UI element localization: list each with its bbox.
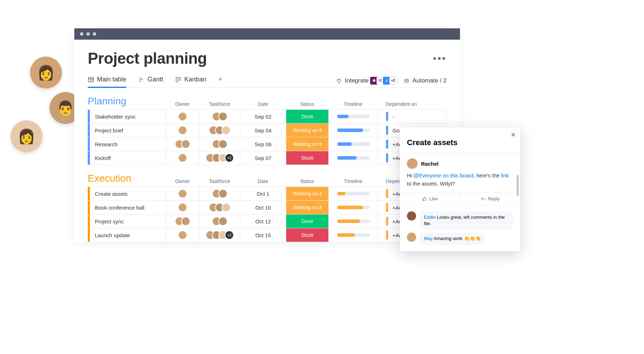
avatar[interactable] — [218, 139, 228, 149]
status-cell[interactable]: Working on it — [286, 124, 328, 137]
column-header[interactable]: Timeline — [328, 178, 378, 184]
status-cell[interactable]: Stuck — [286, 151, 328, 165]
taskforce-cell[interactable] — [199, 215, 240, 228]
task-name[interactable]: Stakeholder sync — [90, 110, 166, 123]
like-button[interactable]: Like — [400, 193, 460, 205]
date-cell[interactable]: Sep 04 — [240, 124, 286, 137]
timeline-cell[interactable] — [328, 215, 378, 228]
task-row[interactable]: Research Sep 06 Working on it +Add — [88, 137, 447, 151]
window-control[interactable] — [80, 32, 84, 36]
task-name[interactable]: Book conference hall — [90, 201, 166, 214]
window-control[interactable] — [86, 32, 90, 36]
owner-cell[interactable] — [166, 137, 199, 151]
column-header[interactable]: Date — [240, 178, 286, 184]
taskforce-cell[interactable]: +2 — [199, 228, 240, 242]
column-header[interactable]: Taskforce — [199, 101, 240, 107]
task-name[interactable]: Create assets — [90, 187, 166, 200]
avatar-overflow[interactable]: +2 — [225, 230, 234, 240]
column-header[interactable]: Status — [286, 101, 328, 107]
close-icon[interactable]: ✕ — [511, 131, 516, 139]
add-view-button[interactable]: + — [218, 74, 222, 88]
avatar[interactable] — [178, 203, 187, 212]
status-cell[interactable]: Done — [286, 215, 328, 228]
tab-kanban[interactable]: Kanban — [175, 74, 206, 88]
owner-cell[interactable] — [166, 215, 199, 228]
taskforce-cell[interactable] — [199, 137, 240, 151]
dependent-cell[interactable]: - — [378, 110, 446, 123]
status-cell[interactable]: Working on it — [286, 201, 328, 214]
reply-button[interactable]: Reply — [460, 193, 521, 205]
tab-main-table[interactable]: Main table — [88, 74, 126, 88]
owner-cell[interactable] — [166, 187, 199, 200]
task-name[interactable]: Research — [90, 137, 166, 151]
column-header[interactable]: Owner — [166, 178, 199, 184]
taskforce-cell[interactable]: +2 — [199, 151, 240, 165]
owner-cell[interactable] — [166, 151, 199, 165]
date-cell[interactable]: Sep 02 — [240, 110, 286, 123]
avatar[interactable] — [178, 112, 187, 121]
timeline-cell[interactable] — [328, 137, 378, 151]
timeline-cell[interactable] — [328, 228, 378, 242]
timeline-cell[interactable] — [328, 187, 378, 200]
task-row[interactable]: Create assets Oct 1 Working on it +Add — [88, 187, 447, 201]
status-cell[interactable]: Working on it — [286, 187, 328, 200]
avatar[interactable] — [181, 217, 190, 226]
avatar[interactable] — [178, 230, 187, 240]
date-cell[interactable]: Oct 1 — [240, 187, 286, 200]
mention[interactable]: @Everyone on this board — [413, 172, 473, 178]
task-name[interactable]: Project sync — [90, 215, 166, 228]
reply-author[interactable]: Eddie — [424, 215, 436, 220]
taskforce-cell[interactable] — [199, 201, 240, 214]
status-cell[interactable]: Stuck — [286, 228, 328, 242]
column-header[interactable]: Dependent on — [378, 101, 447, 107]
task-row[interactable]: Kickoff +2 Sep 07 Stuck +Add — [88, 151, 447, 165]
timeline-cell[interactable] — [328, 124, 378, 137]
avatar-overflow[interactable]: +2 — [225, 153, 234, 162]
owner-cell[interactable] — [166, 228, 199, 242]
task-name[interactable]: Kickoff — [90, 151, 166, 165]
group-name[interactable]: Planning — [88, 96, 166, 107]
avatar[interactable] — [218, 112, 228, 121]
task-name[interactable]: Launch update — [90, 228, 166, 242]
avatar[interactable] — [222, 203, 231, 212]
taskforce-cell[interactable] — [199, 110, 240, 123]
date-cell[interactable]: Oct 15 — [240, 228, 286, 242]
task-row[interactable]: Project sync Oct 12 Done +Add — [88, 214, 447, 228]
task-name[interactable]: Project brief — [90, 124, 166, 137]
integrate-button[interactable]: Integrate ✱ M z +2 — [336, 77, 397, 85]
timeline-cell[interactable] — [328, 110, 378, 123]
avatar[interactable] — [218, 189, 228, 198]
task-row[interactable]: Project brief Sep 04 Working on it Goal — [88, 123, 447, 137]
task-row[interactable]: Book conference hall Oct 10 Working on i… — [88, 200, 447, 215]
owner-cell[interactable] — [166, 201, 199, 214]
date-cell[interactable]: Oct 10 — [240, 201, 286, 214]
avatar[interactable] — [178, 126, 187, 135]
timeline-cell[interactable] — [328, 151, 378, 165]
column-header[interactable]: Timeline — [328, 101, 378, 107]
link[interactable]: link — [501, 172, 509, 178]
avatar[interactable] — [218, 217, 228, 226]
reply-author[interactable]: May — [424, 236, 433, 241]
avatar[interactable] — [181, 139, 190, 149]
owner-cell[interactable] — [166, 110, 199, 123]
status-cell[interactable]: Working on it — [286, 137, 328, 151]
avatar[interactable] — [178, 153, 187, 162]
scrollbar[interactable] — [517, 175, 519, 196]
task-row[interactable]: Launch update +2 Oct 15 Stuck +Add — [88, 228, 447, 242]
column-header[interactable]: Taskforce — [199, 178, 240, 184]
date-cell[interactable]: Sep 06 — [240, 137, 286, 151]
date-cell[interactable]: Sep 07 — [240, 151, 286, 165]
status-cell[interactable]: Done — [286, 110, 328, 123]
column-header[interactable]: Date — [240, 101, 286, 107]
more-integrations[interactable]: +2 — [389, 77, 397, 85]
group-name[interactable]: Execution — [88, 173, 166, 184]
owner-cell[interactable] — [166, 124, 199, 137]
tab-gantt[interactable]: Gantt — [138, 74, 163, 88]
taskforce-cell[interactable] — [199, 124, 240, 137]
column-header[interactable]: Status — [286, 178, 328, 184]
automate-button[interactable]: Automate / 2 — [403, 77, 447, 84]
timeline-cell[interactable] — [328, 201, 378, 214]
board-menu-icon[interactable]: ••• — [433, 53, 447, 64]
avatar[interactable] — [178, 189, 187, 198]
window-control[interactable] — [93, 32, 96, 36]
